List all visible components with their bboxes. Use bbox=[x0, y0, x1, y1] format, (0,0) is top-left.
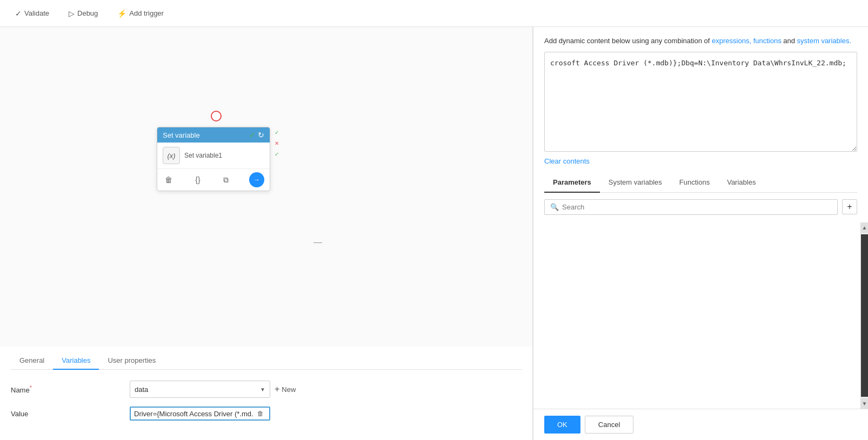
clear-contents-button[interactable]: Clear contents bbox=[544, 154, 857, 168]
right-content-scroll bbox=[533, 222, 860, 409]
cancel-button[interactable]: Cancel bbox=[585, 416, 633, 434]
expressions-link[interactable]: expressions, bbox=[712, 37, 751, 45]
name-select[interactable]: data ▼ bbox=[130, 381, 270, 398]
var-icon: (x) bbox=[163, 147, 180, 164]
value-input-wrap: 🗑 bbox=[130, 407, 270, 421]
tab-user-properties[interactable]: User properties bbox=[99, 352, 164, 370]
search-input[interactable] bbox=[562, 203, 832, 211]
name-input-wrap: data ▼ + New bbox=[130, 381, 296, 398]
node-footer: 🗑 {} ⧉ → bbox=[157, 169, 270, 191]
tab-functions[interactable]: Functions bbox=[671, 173, 718, 193]
search-row: 🔍 + bbox=[544, 193, 857, 219]
node-box: Set variable ✓ ↻ (x) Set variable1 🗑 {} bbox=[157, 127, 270, 191]
toolbar: ✓ Validate ▷ Debug ⚡ Add trigger bbox=[0, 0, 868, 27]
side-cross-icon: ✕ bbox=[272, 138, 282, 148]
debug-label: Debug bbox=[77, 9, 98, 17]
side-check-icon: ✓ bbox=[272, 127, 282, 137]
var-label: Set variable1 bbox=[184, 152, 222, 159]
name-form-row: Name* data ▼ + New bbox=[11, 381, 522, 398]
name-label: Name* bbox=[11, 384, 130, 394]
node-refresh-icon: ↻ bbox=[258, 131, 264, 139]
debug-icon: ▷ bbox=[69, 9, 75, 18]
node-code-btn[interactable]: {} bbox=[193, 174, 202, 185]
tab-variables[interactable]: Variables bbox=[53, 352, 99, 370]
node-delete-btn[interactable]: 🗑 bbox=[163, 174, 175, 185]
tab-parameters[interactable]: Parameters bbox=[544, 173, 600, 193]
plus-icon: + bbox=[275, 384, 279, 394]
props-tabs-row: General Variables User properties bbox=[11, 347, 522, 370]
node-header-left: Set variable bbox=[163, 131, 200, 139]
functions-link[interactable]: functions bbox=[753, 37, 782, 45]
node-check-icon: ✓ bbox=[249, 131, 256, 139]
side-check2-icon: ✓ bbox=[272, 149, 282, 159]
validate-icon: ✓ bbox=[15, 9, 22, 18]
node-copy-btn[interactable]: ⧉ bbox=[221, 174, 231, 186]
dynamic-hint: Add dynamic content below using any comb… bbox=[544, 36, 857, 46]
add-parameter-button[interactable]: + bbox=[842, 199, 857, 214]
tab-general[interactable]: General bbox=[11, 352, 53, 370]
value-label: Value bbox=[11, 410, 130, 418]
properties-panel: General Variables User properties Name* … bbox=[0, 347, 532, 440]
node-body: (x) Set variable1 bbox=[157, 143, 270, 169]
debug-button[interactable]: ▷ Debug bbox=[64, 7, 102, 20]
ok-button[interactable]: OK bbox=[544, 416, 580, 434]
validate-button[interactable]: ✓ Validate bbox=[11, 7, 54, 20]
trigger-icon: ⚡ bbox=[117, 9, 126, 18]
set-variable-node: Set variable ✓ ↻ (x) Set variable1 🗑 {} bbox=[157, 119, 270, 191]
right-content-area: ▲ ▼ bbox=[533, 222, 868, 409]
right-panel: Add dynamic content below using any comb… bbox=[533, 27, 868, 440]
add-trigger-label: Add trigger bbox=[129, 9, 164, 17]
tab-variables[interactable]: Variables bbox=[718, 173, 764, 193]
add-trigger-button[interactable]: ⚡ Add trigger bbox=[113, 7, 168, 20]
canvas-area: Set variable ✓ ↻ (x) Set variable1 🗑 {} bbox=[0, 27, 533, 440]
node-side-actions: ✓ ✕ ✓ bbox=[272, 127, 282, 159]
tab-system-variables[interactable]: System variables bbox=[600, 173, 671, 193]
chevron-down-icon: ▼ bbox=[260, 387, 265, 392]
system-variables-link[interactable]: system variables. bbox=[797, 37, 851, 45]
validate-label: Validate bbox=[24, 9, 49, 17]
node-header: Set variable ✓ ↻ bbox=[157, 127, 270, 143]
collapse-bar[interactable]: — bbox=[313, 238, 322, 247]
right-panel-inner: Add dynamic content below using any comb… bbox=[533, 27, 868, 222]
node-connector-circle bbox=[211, 111, 222, 121]
scrollbar-up-button[interactable]: ▲ bbox=[861, 222, 869, 233]
right-tabs-row: Parameters System variables Functions Va… bbox=[544, 173, 857, 193]
search-input-wrap: 🔍 bbox=[544, 199, 838, 215]
scrollbar-track bbox=[861, 234, 868, 397]
node-arrow-btn[interactable]: → bbox=[249, 172, 264, 187]
value-delete-button[interactable]: 🗑 bbox=[255, 409, 266, 418]
new-button[interactable]: + New bbox=[275, 384, 296, 394]
node-title: Set variable bbox=[163, 131, 200, 139]
scrollbar-down-button[interactable]: ▼ bbox=[861, 398, 869, 409]
value-input[interactable] bbox=[134, 410, 253, 418]
right-bottom: OK Cancel bbox=[533, 409, 868, 440]
search-icon: 🔍 bbox=[550, 203, 559, 211]
node-header-actions: ✓ ↻ bbox=[249, 131, 264, 139]
content-textarea[interactable]: crosoft Access Driver (*.mdb)};Dbq=N:\In… bbox=[544, 52, 857, 152]
main-layout: Set variable ✓ ↻ (x) Set variable1 🗑 {} bbox=[0, 27, 868, 440]
value-form-row: Value 🗑 bbox=[11, 407, 522, 421]
right-scrollbar: ▲ ▼ bbox=[860, 222, 868, 409]
